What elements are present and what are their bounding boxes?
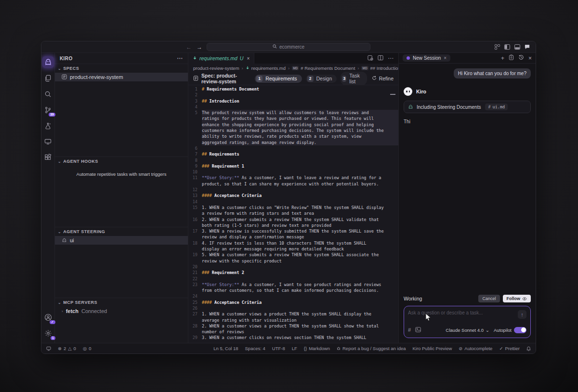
code-row[interactable]: 22 xyxy=(188,276,398,282)
code-row[interactable]: 23**User Story:** As a customer, I want … xyxy=(188,282,398,287)
attach-image-icon[interactable] xyxy=(415,326,421,334)
code-row[interactable]: 2 xyxy=(188,92,398,98)
code-row[interactable]: 184. IF review text is less than 10 char… xyxy=(188,240,398,246)
code-row[interactable]: review and display a confirmation messag… xyxy=(188,234,398,240)
model-selector[interactable]: Claude Sonnet 4.0 ⌄ xyxy=(446,327,489,333)
eol-indicator[interactable]: LF xyxy=(292,346,297,351)
code-row[interactable]: 24 xyxy=(188,293,398,299)
open-preview-icon[interactable] xyxy=(368,54,373,63)
code-row[interactable]: customers make informed purchasing decis… xyxy=(188,128,398,133)
editor-more-icon[interactable]: ⋯ xyxy=(388,55,394,62)
nav-back-icon[interactable]: ← xyxy=(186,44,192,51)
code-row[interactable]: 1# Requirements Document xyxy=(188,86,398,92)
report-bug-link[interactable]: Report a bug / Suggest an idea xyxy=(337,346,406,351)
remote-indicator[interactable] xyxy=(46,346,51,351)
breadcrumb-item[interactable]: requirements.md xyxy=(246,65,286,71)
search-sidebar-icon[interactable] xyxy=(42,88,54,100)
toggle-panel-icon[interactable] xyxy=(514,44,520,50)
breadcrumb-item[interactable]: product-review-system xyxy=(193,65,239,71)
tab-close-icon[interactable]: × xyxy=(247,56,250,61)
code-row[interactable]: from other customers, so that I can make… xyxy=(188,287,398,293)
explorer-icon[interactable] xyxy=(42,72,54,84)
chat-tab-new-session[interactable]: New Session × xyxy=(403,54,450,62)
customize-layout-icon[interactable] xyxy=(495,44,500,50)
command-search-input[interactable]: ecommerce xyxy=(207,43,370,51)
debug-flask-icon[interactable] xyxy=(42,119,54,132)
chat-input-box[interactable]: Ask a question or describe a task... ↑ #… xyxy=(404,306,531,338)
code-row[interactable]: 151. WHEN a customer clicks on "Write Re… xyxy=(188,205,398,210)
account-icon[interactable]: ✓ xyxy=(42,311,54,324)
ports-status[interactable]: ◎0 xyxy=(83,346,92,351)
section-specs[interactable]: ⌄ SPECS xyxy=(55,64,188,73)
prettier-status[interactable]: ✓Prettier xyxy=(499,346,520,351)
code-row[interactable]: 14 xyxy=(188,199,398,205)
editor-content[interactable]: 1# Requirements Document23## Introductio… xyxy=(188,85,398,343)
code-row[interactable]: average rating with star visualization xyxy=(188,317,398,323)
step-design[interactable]: 2 Design xyxy=(306,75,337,83)
close-panel-icon[interactable]: × xyxy=(528,55,532,62)
code-row[interactable]: 293. WHEN a customer clicks on reviews s… xyxy=(188,335,398,340)
send-button[interactable]: ↑ xyxy=(518,310,526,319)
encoding[interactable]: UTF-8 xyxy=(272,346,285,351)
code-row[interactable]: 7## Requirements xyxy=(188,151,398,157)
code-row[interactable]: enhance the shopping experience by provi… xyxy=(188,122,398,128)
code-row[interactable]: display an error message requiring more … xyxy=(188,246,398,252)
breadcrumb-item[interactable]: MD## Introduction xyxy=(361,65,398,71)
kiro-public-preview[interactable]: Kiro Public Preview xyxy=(413,346,452,351)
code-row[interactable]: 21### Requirement 2 xyxy=(188,270,398,275)
code-row[interactable]: 195. WHEN a customer submits a review TH… xyxy=(188,252,398,258)
settings-gear-icon[interactable]: 1 xyxy=(42,327,54,340)
code-row[interactable]: 25#### Acceptance Criteria xyxy=(188,300,398,305)
steering-item-ui[interactable]: ui xyxy=(55,236,188,245)
code-row[interactable]: ability to write reviews, rate products … xyxy=(188,133,398,139)
problems-status[interactable]: ⊗2 △0 xyxy=(58,346,76,351)
follow-button[interactable]: Follow xyxy=(503,295,531,302)
step-requirements[interactable]: 1 Requirements xyxy=(255,75,302,83)
code-row[interactable]: 9### Requirement 1 xyxy=(188,163,398,169)
code-row[interactable]: a review form with rating stars and text… xyxy=(188,210,398,216)
code-row[interactable]: both rating (1-5 stars) and review text … xyxy=(188,222,398,228)
section-mcp-servers[interactable]: ⌄ MCP SERVERS xyxy=(55,298,188,307)
mcp-server-fetch[interactable]: › fetch Connected xyxy=(55,307,188,315)
section-agent-steering[interactable]: ⌄ AGENT STEERING xyxy=(55,227,188,236)
refine-button[interactable]: Refine xyxy=(372,76,394,81)
code-row[interactable]: 8 xyxy=(188,157,398,163)
code-row[interactable]: 26 xyxy=(188,305,398,311)
code-row[interactable]: ratings for products they have purchased… xyxy=(188,116,398,121)
code-row[interactable]: 271. WHEN a customer views a product THE… xyxy=(188,311,398,317)
new-chat-icon[interactable]: + xyxy=(501,55,504,62)
code-row[interactable]: 3## Introduction xyxy=(188,98,398,104)
code-row[interactable]: 10 xyxy=(188,169,398,175)
code-row[interactable]: 12 xyxy=(188,187,398,193)
code-row[interactable]: 4 xyxy=(188,104,398,110)
chat-tab-close-icon[interactable]: × xyxy=(444,55,447,61)
code-row[interactable]: number of reviews xyxy=(188,329,398,335)
history-icon[interactable] xyxy=(518,54,524,62)
kiro-logo-icon[interactable] xyxy=(42,56,54,68)
code-row[interactable]: aggregated ratings, and manage review di… xyxy=(188,140,398,145)
steering-documents-row[interactable]: Including Steering Documents # ui.md xyxy=(404,101,531,113)
spec-item-product-review-system[interactable]: product-review-system xyxy=(55,73,188,81)
code-row[interactable]: 173. WHEN a review is successfully submi… xyxy=(188,228,398,234)
code-row[interactable]: 6 xyxy=(188,145,398,151)
code-row[interactable]: 13#### Acceptance Criteria xyxy=(188,193,398,198)
split-editor-icon[interactable] xyxy=(378,54,383,63)
code-row[interactable]: 162. WHEN a customer submits a review TH… xyxy=(188,217,398,222)
notifications-bell-icon[interactable] xyxy=(526,346,531,351)
code-row[interactable]: 11**User Story:** As a customer, I want … xyxy=(188,175,398,181)
task-list-icon[interactable] xyxy=(509,54,514,62)
extensions-icon[interactable] xyxy=(42,151,54,164)
source-control-icon[interactable]: 39 xyxy=(42,104,54,116)
chat-bubble-icon[interactable] xyxy=(525,44,530,50)
code-row[interactable]: review with the specific product xyxy=(188,258,398,264)
steering-file-badge[interactable]: # ui.md xyxy=(485,104,508,110)
toggle-sidebar-icon[interactable] xyxy=(504,44,510,50)
remote-explorer-icon[interactable] xyxy=(42,135,54,148)
code-row[interactable]: 5The product review system will allow cu… xyxy=(188,110,398,116)
sidebar-more-icon[interactable]: ⋯ xyxy=(177,55,183,62)
context-hash-icon[interactable]: # xyxy=(408,327,411,333)
tab-requirements-md[interactable]: requirements.md U × xyxy=(188,53,254,64)
autopilot-toggle[interactable] xyxy=(514,327,526,333)
code-row[interactable]: product, so that I can share my experien… xyxy=(188,181,398,187)
nav-forward-icon[interactable]: → xyxy=(197,44,202,51)
